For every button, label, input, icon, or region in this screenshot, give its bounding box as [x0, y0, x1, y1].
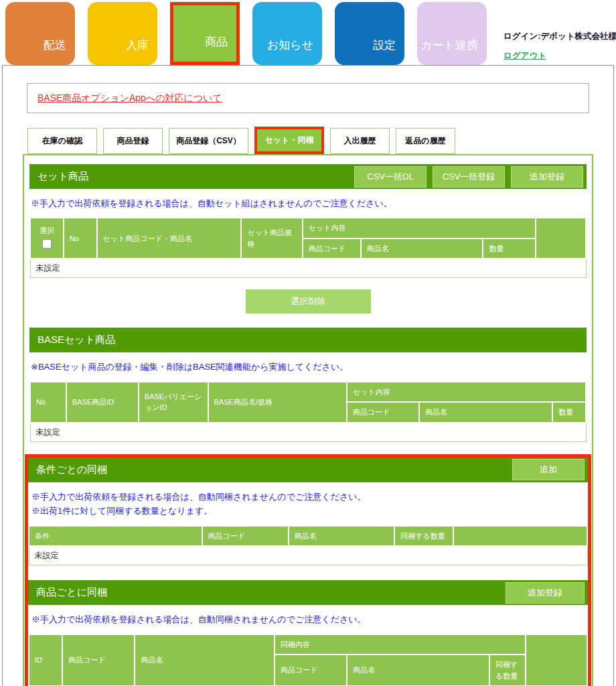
- per-item-bundle-table: ID 商品コード 商品名 同梱内容 商品コード 商品名 同梱する数量 未設定: [28, 634, 588, 686]
- nav-tile-receiving[interactable]: 入庫: [88, 2, 157, 65]
- col-bundle-contents: 同梱内容: [275, 634, 526, 655]
- section-set-products: セット商品 CSV一括DL CSV一括登録 追加登録 ※手入力で出荷依頼を登録さ…: [29, 164, 587, 314]
- col-sub-item-name: 商品名: [347, 655, 489, 686]
- tab-product-register[interactable]: 商品登録: [103, 128, 163, 154]
- col-actions-empty: [453, 526, 587, 547]
- col-select-label: 選択: [40, 226, 54, 234]
- nav-tile-label: お知らせ: [267, 38, 313, 53]
- table-row: 未設定: [30, 423, 586, 442]
- col-base-product-id: BASE商品ID: [66, 382, 139, 423]
- main-content-box: BASE商品オプションAppへの対応について 在庫の確認 商品登録 商品登録（C…: [2, 65, 614, 686]
- col-item-code: 商品コード: [62, 634, 135, 686]
- col-item-code: 商品コード: [347, 402, 419, 423]
- base-set-products-header: BASEセット商品: [29, 328, 587, 352]
- empty-state-text: 未設定: [30, 259, 586, 278]
- col-actions-empty: [526, 634, 587, 686]
- col-set-code-name: セット商品コード・商品名: [97, 218, 242, 259]
- col-actions-empty: [536, 218, 586, 259]
- section-title: BASEセット商品: [37, 334, 115, 346]
- tab-return-history[interactable]: 返品の履歴: [396, 128, 455, 154]
- conditional-bundle-table: 条件 商品コード 商品名 同梱する数量 未設定: [28, 525, 588, 566]
- col-no: No: [30, 382, 66, 423]
- col-sub-item-code: 商品コード: [275, 655, 347, 686]
- per-item-bundle-note: ※手入力で出荷依頼を登録される場合は、自動同梱されませんのでご注意ください。: [31, 612, 587, 626]
- note-line: ※手入力で出荷依頼を登録される場合は、自動同梱されませんのでご注意ください。: [31, 490, 587, 504]
- delete-selected-row: 選択削除: [29, 289, 587, 314]
- section-title: 条件ごとの同梱: [36, 464, 107, 476]
- col-item-name: 商品名: [289, 526, 394, 547]
- empty-state-text: 未設定: [29, 546, 587, 565]
- add-button[interactable]: 追加: [512, 459, 585, 480]
- tab-stock-check[interactable]: 在庫の確認: [27, 128, 97, 154]
- col-bundle-qty: 同梱する数量: [489, 655, 526, 686]
- spacer: [28, 565, 588, 580]
- nav-tile-cart-link[interactable]: カート連携: [417, 2, 487, 65]
- set-bundle-panel: セット商品 CSV一括DL CSV一括登録 追加登録 ※手入力で出荷依頼を登録さ…: [23, 154, 593, 686]
- col-condition: 条件: [29, 526, 202, 547]
- note-line: ※出荷1件に対して同梱する数量となります。: [31, 504, 587, 518]
- col-select: 選択: [30, 218, 64, 259]
- product-tabs: 在庫の確認 商品登録 商品登録（CSV） セット・同梱 入出履歴 返品の履歴: [27, 127, 613, 154]
- login-info: ログイン:デポット株式会社様 ログアウト: [504, 31, 616, 62]
- login-user-label: ログイン:デポット株式会社様: [504, 31, 616, 42]
- add-register-button[interactable]: 追加登録: [511, 166, 583, 188]
- conditional-bundle-notes: ※手入力で出荷依頼を登録される場合は、自動同梱されませんのでご注意ください。 ※…: [31, 490, 587, 519]
- notice-link[interactable]: BASE商品オプションAppへの対応について: [37, 92, 222, 103]
- base-set-products-note: ※BASEセット商品の登録・編集・削除はBASE関連機能から実施してください。: [31, 360, 585, 374]
- nav-tile-news[interactable]: お知らせ: [252, 2, 322, 65]
- logout-link[interactable]: ログアウト: [504, 50, 546, 62]
- section-conditional-bundle: 条件ごとの同梱 追加 ※手入力で出荷依頼を登録される場合は、自動同梱されませんの…: [28, 458, 588, 565]
- csv-bulk-register-button[interactable]: CSV一括登録: [433, 166, 505, 188]
- add-register-button[interactable]: 追加登録: [506, 582, 585, 604]
- nav-tile-products-active[interactable]: 商品: [170, 2, 240, 65]
- select-all-checkbox[interactable]: [42, 239, 52, 249]
- tab-in-out-history[interactable]: 入出履歴: [330, 128, 390, 154]
- set-products-header: セット商品 CSV一括DL CSV一括登録 追加登録: [29, 164, 587, 189]
- nav-tile-label: カート連携: [420, 38, 478, 53]
- delete-selected-button[interactable]: 選択削除: [246, 289, 371, 314]
- col-item-name: 商品名: [419, 402, 552, 423]
- col-item-code: 商品コード: [202, 526, 289, 547]
- col-bundle-qty: 同梱する数量: [394, 526, 453, 547]
- set-products-note: ※手入力で出荷依頼を登録される場合は、自動セット組はされませんのでご注意ください…: [31, 196, 585, 210]
- section-per-item-bundle: 商品ごとに同梱 追加登録 ※手入力で出荷依頼を登録される場合は、自動同梱されませ…: [28, 580, 588, 686]
- header-buttons: CSV一括DL CSV一括登録 追加登録: [348, 166, 583, 188]
- empty-state-text: 未設定: [30, 423, 586, 442]
- notice-banner: BASE商品オプションAppへの対応について: [27, 83, 589, 113]
- tab-set-bundle-active[interactable]: セット・同梱: [254, 127, 324, 154]
- section-title: セット商品: [37, 170, 88, 183]
- col-set-spec: セット商品規格: [241, 218, 302, 259]
- col-no: No: [64, 218, 97, 259]
- col-id: ID: [29, 634, 62, 686]
- section-title: 商品ごとに同梱: [36, 586, 107, 599]
- col-item-code: 商品コード: [303, 238, 361, 259]
- nav-tile-label: 配送: [44, 38, 66, 53]
- col-set-contents: セット内容: [347, 382, 586, 403]
- table-row: 未設定: [29, 546, 587, 565]
- bundle-sections-highlight: 条件ごとの同梱 追加 ※手入力で出荷依頼を登録される場合は、自動同梱されませんの…: [25, 454, 591, 686]
- col-item-name: 商品名: [135, 634, 275, 686]
- nav-tile-label: 商品: [205, 34, 228, 50]
- table-row: 未設定: [30, 259, 586, 278]
- nav-tile-label: 設定: [373, 38, 396, 53]
- col-base-variation-id: BASEバリエーションID: [139, 382, 208, 423]
- conditional-bundle-header: 条件ごとの同梱 追加: [28, 458, 588, 482]
- section-base-set-products: BASEセット商品 ※BASEセット商品の登録・編集・削除はBASE関連機能から…: [29, 328, 587, 441]
- per-item-bundle-header: 商品ごとに同梱 追加登録: [28, 580, 588, 605]
- col-set-contents: セット内容: [303, 218, 536, 238]
- col-item-name: 商品名: [361, 238, 483, 259]
- nav-tile-settings[interactable]: 設定: [335, 2, 404, 65]
- csv-bulk-download-button[interactable]: CSV一括DL: [354, 166, 427, 188]
- set-products-table: 選択 No セット商品コード・商品名 セット商品規格 セット内容 商品コード 商…: [29, 217, 587, 278]
- col-qty: 数量: [552, 402, 586, 423]
- base-set-products-table: No BASE商品ID BASEバリエーションID BASE商品名/規格 セット…: [29, 381, 587, 442]
- nav-tile-label: 入庫: [126, 38, 149, 53]
- tab-product-register-csv[interactable]: 商品登録（CSV）: [169, 128, 248, 154]
- col-base-name-spec: BASE商品名/規格: [208, 382, 348, 423]
- nav-tile-delivery[interactable]: 配送: [5, 2, 75, 65]
- col-qty: 数量: [483, 238, 536, 259]
- top-nav: 配送 入庫 商品 お知らせ 設定 カート連携 ログイン:デポット株式会社様 ログ…: [0, 0, 616, 65]
